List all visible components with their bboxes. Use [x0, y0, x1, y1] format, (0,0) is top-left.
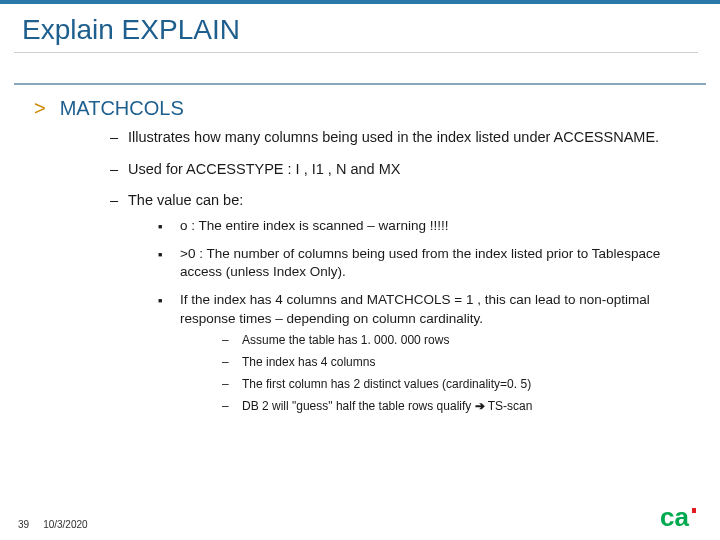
dash-icon: – [222, 354, 242, 370]
divider-thin [14, 52, 698, 53]
dash-icon: – [222, 398, 242, 414]
sub-sub-text: The index has 4 columns [242, 354, 375, 370]
section-row: > MATCHCOLS [34, 97, 698, 120]
list-item: – Assume the table has 1. 000. 000 rows [222, 332, 698, 348]
footer-date: 10/3/2020 [43, 519, 88, 530]
sub-sub-list: – Assume the table has 1. 000. 000 rows … [222, 332, 698, 415]
square-icon: ■ [158, 245, 180, 281]
sub-bullet-block: If the index has 4 columns and MATCHCOLS… [180, 291, 698, 420]
bullet-text: Illustrates how many columns being used … [128, 128, 659, 148]
list-item: – The index has 4 columns [222, 354, 698, 370]
sub-sub-text: DB 2 will "guess" half the table rows qu… [242, 398, 532, 414]
list-item: ■ o : The entire index is scanned – warn… [158, 217, 698, 235]
sub-bullet-list: ■ o : The entire index is scanned – warn… [158, 217, 698, 421]
dash-icon: – [110, 191, 128, 211]
sub-bullet-text: If the index has 4 columns and MATCHCOLS… [180, 292, 650, 325]
list-item: ■ >0 : The number of columns being used … [158, 245, 698, 281]
bullet-text: Used for ACCESSTYPE : I , I1 , N and MX [128, 160, 400, 180]
list-item: – Illustrates how many columns being use… [110, 128, 698, 148]
sub4-pre: DB 2 will "guess" half the table rows qu… [242, 399, 475, 413]
list-item: – The first column has 2 distinct values… [222, 376, 698, 392]
bullet-text: The value can be: [128, 191, 243, 211]
list-item: – The value can be: [110, 191, 698, 211]
sub-sub-text: Assume the table has 1. 000. 000 rows [242, 332, 449, 348]
footer: 39 10/3/2020 [18, 519, 88, 530]
slide: Explain EXPLAIN > MATCHCOLS – Illustrate… [0, 0, 720, 540]
dash-icon: – [110, 128, 128, 148]
dash-icon: – [110, 160, 128, 180]
content-area: > MATCHCOLS – Illustrates how many colum… [0, 85, 720, 421]
slide-title: Explain EXPLAIN [0, 4, 720, 52]
logo-accent [692, 508, 696, 513]
sub-sub-text: The first column has 2 distinct values (… [242, 376, 531, 392]
list-item: – Used for ACCESSTYPE : I , I1 , N and M… [110, 160, 698, 180]
dash-icon: – [222, 332, 242, 348]
square-icon: ■ [158, 217, 180, 235]
sub-bullet-text: >0 : The number of columns being used fr… [180, 245, 698, 281]
logo-text: ca [660, 502, 689, 532]
square-icon: ■ [158, 291, 180, 420]
list-item: – DB 2 will "guess" half the table rows … [222, 398, 698, 414]
bullet-list: – Illustrates how many columns being use… [110, 128, 698, 421]
sub-bullet-text: o : The entire index is scanned – warnin… [180, 217, 448, 235]
list-item: ■ If the index has 4 columns and MATCHCO… [158, 291, 698, 420]
chevron-right-icon: > [34, 97, 46, 120]
sub4-post: TS-scan [485, 399, 533, 413]
arrow-right-icon: ➔ [475, 399, 485, 413]
page-number: 39 [18, 519, 29, 530]
ca-logo-icon: ca [660, 502, 702, 532]
dash-icon: – [222, 376, 242, 392]
section-heading: MATCHCOLS [60, 97, 184, 120]
